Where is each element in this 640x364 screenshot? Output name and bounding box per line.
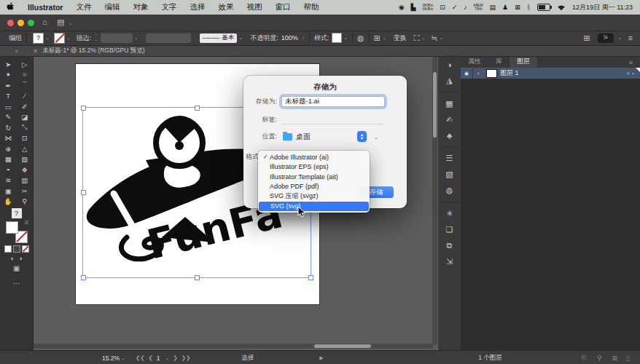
format-option-ait[interactable]: Illustrator Template (ait)	[258, 172, 370, 182]
eyedropper-tool[interactable]: ◓	[0, 165, 17, 175]
opacity-value[interactable]: 100%	[281, 34, 298, 41]
type-tool[interactable]: T	[0, 91, 17, 102]
chevron-down-icon[interactable]: ⌄	[121, 355, 125, 361]
lasso-tool[interactable]: ⌾	[17, 70, 34, 81]
chevron-down-icon[interactable]: ⌄	[618, 35, 623, 41]
format-option-svg[interactable]: SVG (svg)	[259, 202, 369, 212]
chevron-down-icon[interactable]: ⌄	[45, 35, 50, 41]
menubar-item-illustrator[interactable]: Illustrator	[21, 3, 69, 12]
selection-handle[interactable]	[81, 190, 86, 195]
selection-handle[interactable]	[308, 275, 313, 280]
help-tool-box[interactable]: ?	[12, 208, 22, 218]
selection-tool[interactable]: ➤	[0, 59, 17, 70]
status-play-icon[interactable]: ▶	[319, 355, 324, 361]
line-segment-tool[interactable]: ∕	[17, 91, 34, 102]
layer-thumbnail[interactable]	[486, 69, 497, 78]
shape-builder-tool[interactable]: ⊕	[0, 143, 17, 154]
battery-icon[interactable]	[537, 4, 550, 11]
menubar-item-help[interactable]: 帮助	[297, 2, 325, 12]
tab-properties[interactable]: 属性	[461, 55, 488, 68]
appearance-panel-icon[interactable]: ✳	[446, 209, 453, 218]
wifi-icon[interactable]	[557, 4, 566, 11]
brushes-panel-icon[interactable]: ✍	[446, 115, 453, 124]
prev-artboard-button[interactable]: ❮	[149, 355, 153, 361]
curvature-tool[interactable]: ⌒	[17, 80, 34, 91]
symbol-sprayer-tool[interactable]: ≋	[0, 175, 17, 186]
selection-handle[interactable]	[195, 275, 200, 280]
gradient-panel-icon[interactable]: ▧	[445, 170, 453, 179]
visibility-eye-icon[interactable]: ◉	[461, 71, 472, 76]
check-status-icon[interactable]: ✓	[452, 4, 458, 11]
export-panel-icon[interactable]: ⇲	[446, 257, 453, 266]
layer-row[interactable]: ◉ › 图层 1 ○ ▪	[461, 68, 640, 79]
graphic-styles-panel-icon[interactable]: ❏	[446, 225, 453, 234]
expand-chevron-icon[interactable]: ›	[473, 70, 483, 77]
zoom-window-button[interactable]	[28, 20, 34, 26]
stroke-weight-stepper[interactable]: ⌃⌄	[94, 34, 98, 42]
column-graph-tool[interactable]: ▥	[17, 175, 34, 186]
stroke-panel-icon[interactable]: ☰	[446, 154, 453, 163]
brush-definition-dropdown[interactable]	[146, 33, 191, 43]
direct-selection-tool[interactable]: ▷	[17, 59, 34, 70]
gradient-button[interactable]	[13, 245, 20, 253]
notification-bell-icon[interactable]: ♪	[464, 4, 467, 11]
menubar-item-file[interactable]: 文件	[69, 2, 98, 12]
chevron-down-icon[interactable]: ⌄	[66, 35, 71, 41]
bluetooth-icon[interactable]: ᛒ	[527, 4, 531, 11]
close-tab-icon[interactable]: ✕	[33, 47, 38, 55]
memory-indicator[interactable]: MEM 79%	[474, 4, 483, 12]
filename-input[interactable]: 未标题-1.ai	[281, 96, 385, 107]
chevron-down-icon[interactable]: ⌄	[421, 35, 425, 41]
screen-record-icon[interactable]: ◉	[399, 4, 405, 11]
mesh-tool[interactable]: ▦	[0, 154, 17, 165]
chevron-down-icon[interactable]: ⌄	[134, 35, 138, 41]
chevron-down-icon[interactable]: ⌄	[238, 35, 243, 41]
tab-layers[interactable]: 图层	[510, 55, 537, 68]
chevron-down-icon[interactable]: ⌄	[382, 35, 386, 41]
hand-tool[interactable]: ✋	[0, 197, 17, 207]
draw-normal-icon[interactable]: ◐	[11, 255, 15, 262]
vertical-scrollbar[interactable]	[432, 56, 437, 345]
transform-label[interactable]: 变换	[394, 33, 407, 43]
artboard-number-field[interactable]: 1	[157, 355, 160, 362]
menubar-item-edit[interactable]: 编辑	[98, 2, 126, 12]
chevron-down-icon[interactable]: ⌄	[343, 35, 348, 41]
app-status-icon[interactable]: ▙	[411, 4, 416, 11]
shaper-tool[interactable]: ✎	[0, 112, 17, 123]
panel-layout-button[interactable]: ⫶≡	[598, 33, 614, 43]
target-circle-icon[interactable]: ○	[627, 71, 630, 76]
close-window-button[interactable]	[7, 20, 14, 26]
pen-tool[interactable]: ✒	[0, 80, 17, 91]
toolbar-collapse-icon[interactable]: »	[0, 47, 33, 55]
selection-handle[interactable]	[81, 106, 86, 111]
collect-for-export-icon[interactable]: ⎘	[582, 354, 587, 362]
new-layer-icon[interactable]: ⊞	[612, 355, 618, 362]
next-artboard-button[interactable]: ❯	[173, 355, 177, 361]
locate-object-icon[interactable]: ⚲	[597, 355, 602, 362]
location-stepper-button[interactable]: ▲▼	[357, 131, 367, 142]
layer-name[interactable]: 图层 1	[500, 68, 519, 78]
width-tool[interactable]: ⋈	[0, 133, 17, 144]
edit-toolbar-icon[interactable]: ⋯	[13, 280, 20, 288]
color-button[interactable]	[4, 245, 12, 253]
stroke-style-dropdown[interactable]: ——— 基本	[200, 33, 238, 43]
graphic-style-swatch[interactable]	[332, 33, 342, 43]
input-source-icon[interactable]: ⊠	[515, 4, 520, 11]
slice-tool[interactable]: ✂	[17, 186, 34, 197]
menubar-item-select[interactable]: 选择	[183, 2, 211, 12]
calendar-icon[interactable]: ⊡	[440, 4, 445, 11]
delete-layer-icon[interactable]: ▯	[626, 355, 630, 362]
location-value[interactable]: 桌面	[296, 132, 311, 142]
draw-behind-icon[interactable]: ◑	[18, 255, 22, 262]
chevron-down-icon[interactable]: ⌄	[440, 35, 444, 41]
document-setup-icon[interactable]: ◍	[357, 33, 364, 43]
home-button[interactable]: ⌂	[42, 17, 47, 26]
opacity-expand-icon[interactable]: ›	[303, 34, 305, 41]
v-scroll-thumb[interactable]	[433, 72, 437, 138]
perspective-grid-tool[interactable]: △	[17, 143, 34, 154]
panel-menu-icon[interactable]: ≡	[622, 58, 640, 68]
menu-hamburger-icon[interactable]: ≡	[628, 33, 633, 42]
screen-mode-icon[interactable]: ▣	[13, 264, 20, 272]
menubar-clock[interactable]: 12月19日 周一 11:23	[572, 3, 633, 12]
gradient-tool[interactable]: ▧	[17, 154, 34, 165]
